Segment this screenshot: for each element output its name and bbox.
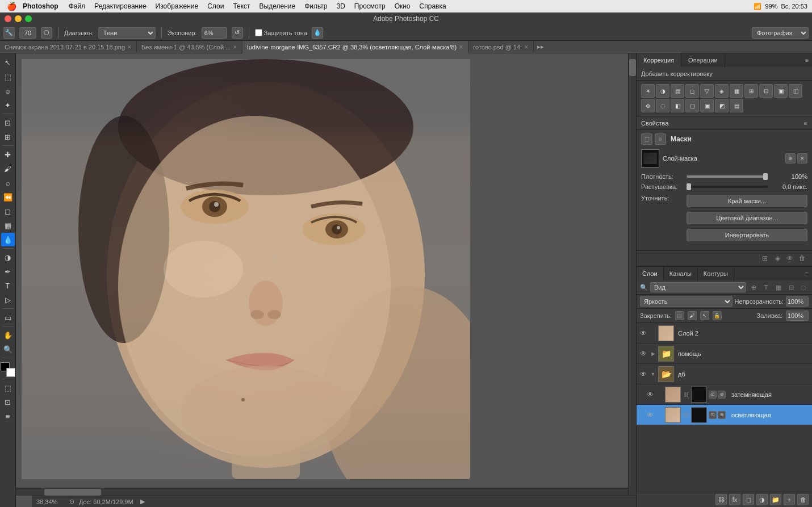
invert-button[interactable]: Инвертировать (687, 229, 807, 241)
layer-row-pomosh[interactable]: 👁 ▶ 📁 помощь (637, 343, 812, 364)
tool-screen-mode[interactable]: ⊡ (1, 395, 15, 409)
menu-view[interactable]: Просмотр (350, 2, 390, 10)
corr-invert[interactable]: ⊕ (641, 99, 655, 112)
menu-window[interactable]: Окно (390, 2, 415, 10)
corr-exposure[interactable]: ◻ (685, 84, 699, 98)
tool-lasso[interactable]: ⌾ (1, 84, 15, 98)
expand-pomosh[interactable]: ▶ (650, 350, 656, 357)
tool-dodge[interactable]: ◑ (1, 250, 15, 264)
tool-marquee[interactable]: ⬚ (1, 70, 15, 83)
mask-apply-icon[interactable]: ⊕ (785, 153, 796, 164)
layer-row-zatemnayusch[interactable]: 👁 ⛓ ⊡ ⊕ затемняющая (637, 384, 812, 405)
tool-heal[interactable]: ✚ (1, 148, 15, 161)
lock-pixels-icon[interactable]: ⬚ (675, 311, 684, 320)
visibility-db[interactable]: 👁 (639, 370, 648, 379)
tool-pen[interactable]: ✒ (1, 265, 15, 278)
corr-photofilter[interactable]: ⊡ (759, 84, 773, 98)
menu-select[interactable]: Выделение (255, 2, 300, 10)
tab-close-2[interactable]: ✕ (459, 44, 463, 50)
tool-stamp[interactable]: ⌕ (1, 176, 15, 190)
vector-mask-icon[interactable]: ○ (655, 133, 666, 145)
app-name[interactable]: Photoshop (23, 2, 58, 10)
layer-link-btn[interactable]: ⛓ (715, 494, 727, 505)
tool-path-select[interactable]: ▷ (1, 293, 15, 307)
corr-bw[interactable]: ⊞ (744, 84, 758, 98)
fill-input[interactable] (786, 311, 809, 321)
canvas-hscroll[interactable] (16, 488, 628, 496)
tool-wand[interactable]: ✦ (1, 98, 15, 112)
filter-icon-3[interactable]: ▦ (773, 282, 784, 292)
prop-icon-1[interactable]: ⊞ (760, 253, 770, 263)
tool-eraser[interactable]: ◻ (1, 204, 15, 218)
layer-row-osvetl[interactable]: 👁 ⛓ ⊡ ⊕ осветляющая (637, 405, 812, 425)
lock-all-icon[interactable]: 🔒 (713, 311, 722, 320)
layer-mask-btn[interactable]: ◻ (743, 494, 754, 505)
tab-paths[interactable]: Контуры (698, 267, 734, 280)
tab-unnamed[interactable]: Без имени-1 @ 43,5% (Слой ... ✕ (137, 41, 242, 53)
corr-gradient[interactable]: ▢ (685, 99, 699, 112)
tool-history[interactable]: ⏪ (1, 190, 15, 204)
prop-icon-2[interactable]: ◈ (772, 253, 782, 263)
tool-hand[interactable]: ✋ (1, 328, 15, 342)
expand-db[interactable]: ▼ (650, 371, 656, 378)
tab-correction[interactable]: Коррекция (637, 53, 681, 67)
tab-screenshot[interactable]: Снимок экрана 2013-07-21 в 20.15.18.png … (0, 41, 137, 53)
menu-edit[interactable]: Редактирование (90, 2, 150, 10)
tabs-more-button[interactable]: ▸▸ (534, 43, 547, 51)
layer-row-db[interactable]: 👁 ▼ 📂 дб (637, 364, 812, 384)
pixel-mask-icon[interactable]: ⬚ (641, 133, 652, 145)
corr-selectivecolor[interactable]: ▣ (700, 99, 714, 112)
tool-type[interactable]: T (1, 279, 15, 292)
filter-icon-1[interactable]: ⊕ (748, 282, 759, 292)
menu-file[interactable]: Файл (64, 2, 90, 10)
layer-row-sloy2[interactable]: 👁 Слой 2 (637, 323, 812, 343)
tool-shape[interactable]: ▭ (1, 311, 15, 324)
tool-icon[interactable]: 🔧 (3, 27, 15, 39)
blend-mode-select[interactable]: Яркость Нормальный Умножение Экран Перек… (640, 296, 733, 307)
hscroll-thumb[interactable] (44, 489, 101, 496)
tool-colors[interactable] (1, 362, 15, 377)
prop-icon-trash[interactable]: 🗑 (797, 253, 807, 263)
corr-vibrance[interactable]: ▽ (700, 84, 714, 98)
tool-slice[interactable]: ⊞ (1, 130, 15, 144)
layer-fx-btn[interactable]: fx (729, 494, 740, 505)
tool-crop[interactable]: ⊡ (1, 116, 15, 129)
tab-layers[interactable]: Слои (637, 267, 664, 280)
tab-gotovo[interactable]: готово.psd @ 14: ✕ (468, 41, 534, 53)
tool-brush[interactable]: 🖌 (1, 162, 15, 175)
apple-menu[interactable]: 🍎 (0, 2, 23, 11)
opacity-input[interactable] (786, 296, 809, 307)
vscroll-thumb[interactable] (629, 59, 636, 76)
menu-3d[interactable]: 3D (332, 2, 350, 10)
mask-thumbnail[interactable] (641, 149, 659, 167)
layers-filter-select[interactable]: Вид (650, 282, 746, 292)
menu-layers[interactable]: Слои (203, 2, 228, 10)
maximize-button[interactable] (25, 15, 32, 22)
corr-channelmix[interactable]: ▣ (774, 84, 788, 98)
filter-icon-4[interactable]: ⊡ (786, 282, 796, 292)
menu-help[interactable]: Справка (415, 2, 451, 10)
workspace-select[interactable]: Фотография (752, 27, 809, 39)
tool-zoom[interactable]: 🔍 (1, 342, 15, 356)
corr-hsl[interactable]: ◈ (715, 84, 729, 98)
background-color[interactable] (6, 368, 15, 377)
density-slider[interactable] (687, 175, 768, 178)
layer-new-btn[interactable]: + (784, 494, 795, 505)
corr-colorbalance[interactable]: ▦ (730, 84, 743, 98)
canvas-area[interactable]: 38,34% ⊙ Доc: 60,2M/129,9M ▶ (16, 53, 636, 507)
visibility-zat[interactable]: 👁 (646, 390, 655, 399)
layer-delete-btn[interactable]: 🗑 (797, 494, 809, 505)
corr-threshold[interactable]: ◧ (671, 99, 684, 112)
menu-filter[interactable]: Фильтр (300, 2, 332, 10)
tool-quick-mask[interactable]: ⬚ (1, 381, 15, 395)
tool-move[interactable]: ↖ (1, 56, 15, 69)
corr-posterize[interactable]: ◌ (656, 99, 669, 112)
tab-ludivine[interactable]: ludivine-morgane-IMG_6357.CR2 @ 38,3% (о… (242, 41, 468, 53)
feather-thumb[interactable] (687, 183, 691, 190)
filter-icon-2[interactable]: T (761, 282, 771, 292)
corr-solidcolor[interactable]: ◩ (715, 99, 729, 112)
layers-panel-menu[interactable]: ≡ (802, 267, 812, 280)
brush-size-icon[interactable]: 70 (19, 27, 36, 39)
tab-operations[interactable]: Операции (681, 53, 725, 67)
correction-panel-menu[interactable]: ≡ (802, 53, 812, 67)
